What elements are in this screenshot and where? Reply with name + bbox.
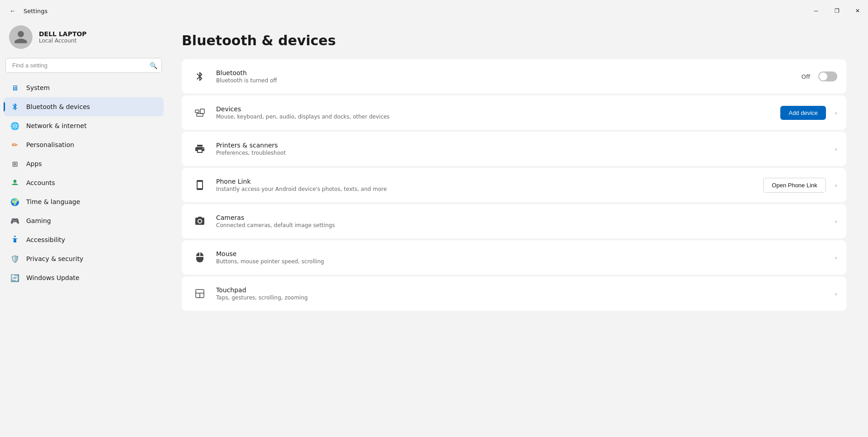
touchpad-card: Touchpad Taps, gestures, scrolling, zoom… [182, 276, 846, 311]
apps-icon: ⊞ [10, 159, 20, 169]
phonelink-title: Phone Link [216, 178, 763, 185]
touchpad-actions: › [831, 290, 837, 297]
printers-actions: › [831, 146, 837, 152]
update-icon: 🔄 [10, 273, 20, 283]
minimize-button[interactable]: ─ [806, 4, 826, 18]
cameras-title: Cameras [216, 214, 831, 221]
network-icon: 🌐 [10, 121, 20, 131]
maximize-button[interactable]: ❐ [826, 4, 847, 18]
sidebar-label-apps: Apps [26, 160, 42, 167]
sidebar-label-gaming: Gaming [26, 217, 51, 224]
sidebar: DELL LAPTOP Local Account 🔍 🖥 System Blu [0, 18, 167, 437]
devices-row-text: Devices Mouse, keyboard, pen, audio, dis… [216, 105, 780, 120]
bluetooth-actions: Off [802, 71, 837, 81]
cameras-actions: › [831, 218, 837, 225]
sidebar-item-system[interactable]: 🖥 System [4, 78, 164, 97]
cameras-subtitle: Connected cameras, default image setting… [216, 222, 831, 228]
touchpad-title: Touchpad [216, 286, 831, 294]
sidebar-item-personalisation[interactable]: ✏️ Personalisation [4, 135, 164, 154]
mouse-card: Mouse Buttons, mouse pointer speed, scro… [182, 240, 846, 275]
sidebar-item-bluetooth[interactable]: Bluetooth & devices [4, 97, 164, 116]
mouse-title: Mouse [216, 250, 831, 257]
personalisation-icon: ✏️ [10, 140, 20, 150]
printers-row-icon [191, 140, 209, 158]
bluetooth-title: Bluetooth [216, 69, 802, 76]
app-body: DELL LAPTOP Local Account 🔍 🖥 System Blu [0, 18, 868, 437]
printers-card: Printers & scanners Preferences, trouble… [182, 132, 846, 166]
phonelink-row-text: Phone Link Instantly access your Android… [216, 178, 763, 192]
sidebar-nav: 🖥 System Bluetooth & devices 🌐 Network &… [4, 78, 164, 287]
accounts-icon [10, 178, 20, 188]
user-icon [13, 29, 28, 45]
svg-rect-2 [195, 110, 199, 113]
sidebar-item-time[interactable]: 🌍 Time & language [4, 192, 164, 211]
sidebar-label-time: Time & language [26, 198, 80, 205]
svg-point-1 [14, 236, 15, 237]
user-section: DELL LAPTOP Local Account [4, 18, 164, 58]
mouse-chevron: › [835, 254, 837, 261]
user-info: DELL LAPTOP Local Account [39, 30, 87, 44]
mouse-actions: › [831, 254, 837, 261]
titlebar: ← Settings ─ ❐ ✕ [0, 0, 868, 18]
sidebar-item-network[interactable]: 🌐 Network & internet [4, 116, 164, 135]
toggle-label: Off [802, 73, 810, 80]
user-name: DELL LAPTOP [39, 30, 87, 38]
cameras-row-text: Cameras Connected cameras, default image… [216, 214, 831, 228]
bluetooth-row[interactable]: Bluetooth Bluetooth is turned off Off [182, 59, 846, 94]
printers-subtitle: Preferences, troubleshoot [216, 150, 831, 156]
window-controls: ─ ❐ ✕ [806, 4, 868, 18]
add-device-button[interactable]: Add device [780, 106, 826, 120]
touchpad-row[interactable]: Touchpad Taps, gestures, scrolling, zoom… [182, 276, 846, 311]
devices-actions: Add device › [780, 106, 837, 120]
phonelink-chevron: › [835, 182, 837, 189]
avatar [9, 25, 33, 49]
sidebar-label-accounts: Accounts [26, 179, 55, 186]
bluetooth-toggle[interactable] [818, 71, 837, 81]
touchpad-row-icon [191, 285, 209, 303]
sidebar-label-privacy: Privacy & security [26, 255, 83, 262]
sidebar-item-accessibility[interactable]: Accessibility [4, 230, 164, 249]
cameras-row[interactable]: Cameras Connected cameras, default image… [182, 204, 846, 238]
sidebar-label-system: System [26, 84, 50, 91]
touchpad-row-text: Touchpad Taps, gestures, scrolling, zoom… [216, 286, 831, 301]
touchpad-subtitle: Taps, gestures, scrolling, zooming [216, 294, 831, 301]
cameras-row-icon [191, 212, 209, 230]
open-phone-link-button[interactable]: Open Phone Link [763, 178, 826, 193]
devices-title: Devices [216, 105, 780, 113]
mouse-row-icon [191, 248, 209, 266]
devices-subtitle: Mouse, keyboard, pen, audio, displays an… [216, 114, 780, 120]
gaming-icon: 🎮 [10, 216, 20, 226]
user-subtitle: Local Account [39, 38, 87, 44]
printers-title: Printers & scanners [216, 142, 831, 149]
printers-chevron: › [835, 146, 837, 152]
sidebar-item-update[interactable]: 🔄 Windows Update [4, 268, 164, 287]
close-button[interactable]: ✕ [847, 4, 868, 18]
svg-point-5 [198, 220, 201, 223]
devices-chevron: › [835, 109, 837, 116]
mouse-row-text: Mouse Buttons, mouse pointer speed, scro… [216, 250, 831, 265]
sidebar-item-privacy[interactable]: 🛡️ Privacy & security [4, 249, 164, 268]
search-input[interactable] [5, 58, 162, 73]
page-title: Bluetooth & devices [182, 33, 846, 48]
mouse-row[interactable]: Mouse Buttons, mouse pointer speed, scro… [182, 240, 846, 275]
phonelink-row-icon [191, 176, 209, 194]
svg-rect-3 [200, 109, 204, 114]
devices-row[interactable]: Devices Mouse, keyboard, pen, audio, dis… [182, 95, 846, 130]
sidebar-item-gaming[interactable]: 🎮 Gaming [4, 211, 164, 230]
sidebar-item-accounts[interactable]: Accounts [4, 173, 164, 192]
sidebar-label-bluetooth: Bluetooth & devices [26, 103, 90, 110]
back-button[interactable]: ← [6, 5, 19, 17]
phonelink-row[interactable]: Phone Link Instantly access your Android… [182, 168, 846, 202]
accessibility-icon [10, 235, 20, 245]
main-content: Bluetooth & devices Bluetooth Bluetooth … [167, 18, 868, 437]
bluetooth-row-text: Bluetooth Bluetooth is turned off [216, 69, 802, 84]
printers-row-text: Printers & scanners Preferences, trouble… [216, 142, 831, 156]
titlebar-left: ← Settings [0, 5, 47, 17]
bluetooth-subtitle: Bluetooth is turned off [216, 77, 802, 84]
time-icon: 🌍 [10, 197, 20, 207]
bluetooth-row-icon [191, 67, 209, 86]
sidebar-item-apps[interactable]: ⊞ Apps [4, 154, 164, 173]
privacy-icon: 🛡️ [10, 254, 20, 264]
sidebar-label-personalisation: Personalisation [26, 141, 74, 148]
printers-row[interactable]: Printers & scanners Preferences, trouble… [182, 132, 846, 166]
